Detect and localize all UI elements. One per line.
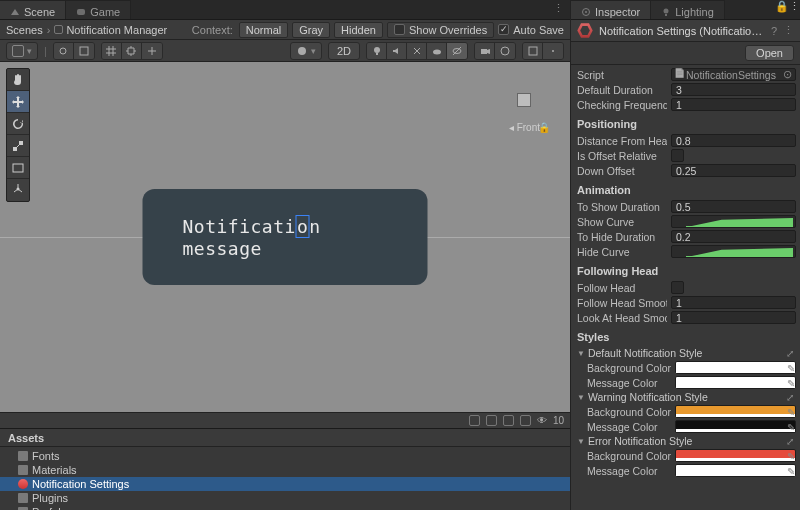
transform-tool[interactable] [7, 179, 29, 201]
footer-refresh-icon[interactable] [520, 415, 531, 426]
error-msgcolor-field[interactable]: ✎ [675, 464, 796, 477]
inspector-icon [581, 7, 591, 17]
following-head-header: Following Head [575, 265, 796, 280]
scene-tab-menu[interactable]: ⋮ [547, 0, 570, 19]
preset-icon[interactable]: ⋮ [783, 24, 794, 37]
look-smooth-field[interactable]: 1 [671, 311, 796, 324]
style-error-header[interactable]: ▼Error Notification Style⤢ [575, 434, 796, 448]
move-icon [11, 95, 25, 109]
orientation-lock-icon[interactable]: 🔒 [538, 122, 550, 133]
scale-tool[interactable] [7, 135, 29, 157]
style-default-header[interactable]: ▼Default Notification Style⤢ [575, 346, 796, 360]
snap-increment-button[interactable] [142, 43, 162, 59]
footer-views-icon: 👁 [537, 415, 547, 426]
to-hide-duration-field[interactable]: 0.2 [671, 230, 796, 243]
popout-icon[interactable]: ⤢ [784, 436, 796, 447]
context-hidden-button[interactable]: Hidden [334, 22, 383, 38]
context-normal-button[interactable]: Normal [239, 22, 288, 38]
auto-save-checkbox[interactable] [498, 24, 509, 35]
camera-gizmo-button[interactable] [475, 43, 495, 59]
popout-icon[interactable]: ⤢ [784, 392, 796, 403]
warning-msgcolor-field[interactable]: ✎ [675, 420, 796, 433]
overlay-extra-button[interactable] [543, 43, 563, 59]
popout-icon[interactable]: ⤢ [784, 348, 796, 359]
tab-game[interactable]: Game [66, 0, 131, 19]
mode-2d-toggle[interactable]: 2D [328, 42, 360, 60]
rect-tool[interactable] [7, 157, 29, 179]
assets-header[interactable]: Assets [0, 429, 570, 447]
move-tool[interactable] [7, 91, 29, 113]
warning-bgcolor-field[interactable]: ✎ [675, 405, 796, 418]
footer-draw-icon[interactable] [469, 415, 480, 426]
fx-icon [411, 45, 423, 57]
tab-inspector[interactable]: Inspector [571, 0, 651, 19]
svg-point-6 [433, 49, 441, 54]
folder-item[interactable]: Plugins [0, 491, 570, 505]
hide-curve-field[interactable]: ⤢ [671, 245, 796, 258]
notification-text-before: Notificati [183, 216, 296, 237]
show-overrides-checkbox [394, 24, 405, 35]
breadcrumb-item[interactable]: Notification Manager [54, 24, 167, 36]
show-overrides-toggle[interactable]: Show Overrides [387, 22, 494, 38]
scene-viewport[interactable]: ◂ Front 🔒 Notification message [0, 62, 570, 412]
folder-item[interactable]: Materials [0, 463, 570, 477]
tab-scene[interactable]: Scene [0, 0, 66, 19]
svg-point-17 [17, 188, 20, 191]
rotate-tool[interactable] [7, 113, 29, 135]
show-curve-field[interactable]: ⤢ [671, 215, 796, 228]
open-button[interactable]: Open [745, 45, 794, 61]
default-duration-field[interactable]: 3 [671, 83, 796, 96]
bgcolor-label: Background Color [587, 362, 671, 374]
folder-icon [18, 465, 28, 475]
fx-toggle[interactable] [407, 43, 427, 59]
pivot-center-button[interactable] [54, 43, 74, 59]
help-icon[interactable]: ? [771, 25, 777, 37]
breadcrumb: Scenes › Notification Manager Context: N… [0, 20, 570, 40]
prefab-icon [54, 25, 63, 34]
down-offset-field[interactable]: 0.25 [671, 164, 796, 177]
handle-icon [12, 45, 24, 57]
distance-field[interactable]: 0.8 [671, 134, 796, 147]
error-bgcolor-field[interactable]: ✎ [675, 449, 796, 462]
hand-tool[interactable] [7, 69, 29, 91]
pivot-local-icon [78, 45, 90, 57]
assets-tree: FontsMaterialsNotification SettingsPlugi… [0, 447, 570, 510]
gizmo-icon [499, 45, 511, 57]
lighting-toggle[interactable] [367, 43, 387, 59]
axis-x-icon [538, 95, 548, 105]
overlay-menu-button[interactable] [523, 43, 543, 59]
default-msgcolor-field[interactable]: ✎ [675, 376, 796, 389]
default-bgcolor-field[interactable]: ✎ [675, 361, 796, 374]
footer-star-icon[interactable] [503, 415, 514, 426]
follow-smooth-field[interactable]: 1 [671, 296, 796, 309]
to-show-duration-field[interactable]: 0.5 [671, 200, 796, 213]
hidden-toggle[interactable] [447, 43, 467, 59]
bgcolor-label: Background Color [587, 450, 671, 462]
checking-frequency-field[interactable]: 1 [671, 98, 796, 111]
snap-button[interactable] [122, 43, 142, 59]
grid-toggle-button[interactable] [102, 43, 122, 59]
tool-handle-dropdown[interactable]: ▾ [6, 42, 38, 60]
is-offset-checkbox[interactable] [671, 149, 684, 162]
folder-item[interactable]: Prefabs [0, 505, 570, 510]
style-warning-header[interactable]: ▼Warning Notification Style⤢ [575, 390, 796, 404]
breadcrumb-item-label: Notification Manager [66, 24, 167, 36]
pivot-local-button[interactable] [74, 43, 94, 59]
mode-2d-label: 2D [337, 45, 351, 57]
orientation-gizmo[interactable] [498, 74, 548, 124]
folder-item[interactable]: Fonts [0, 449, 570, 463]
tab-lighting[interactable]: Lighting [651, 0, 725, 19]
inspector-lock-icon[interactable]: 🔒 [775, 0, 789, 19]
asset-item[interactable]: Notification Settings [0, 477, 570, 491]
grid-icon [105, 45, 117, 57]
footer-pencil-icon[interactable] [486, 415, 497, 426]
audio-toggle[interactable] [387, 43, 407, 59]
script-field[interactable]: NotificationSettings [671, 68, 796, 81]
inspector-tab-menu[interactable]: ⋮ [789, 0, 800, 19]
context-gray-button[interactable]: Gray [292, 22, 330, 38]
follow-head-checkbox[interactable] [671, 281, 684, 294]
skybox-toggle[interactable] [427, 43, 447, 59]
gizmos-dropdown[interactable] [495, 43, 515, 59]
draw-mode-dropdown[interactable]: ▾ [290, 42, 322, 60]
breadcrumb-root[interactable]: Scenes [6, 24, 43, 36]
